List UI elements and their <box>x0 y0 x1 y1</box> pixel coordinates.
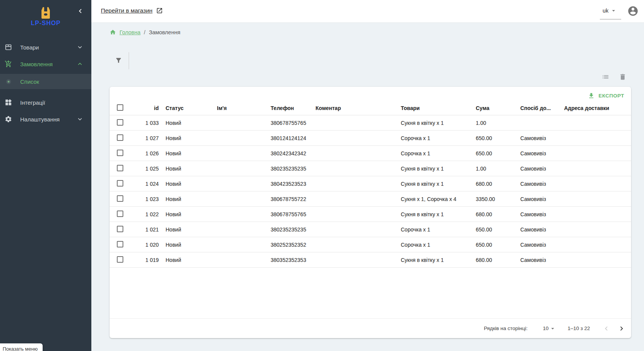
row-checkbox[interactable] <box>117 226 123 232</box>
row-checkbox[interactable] <box>117 211 123 217</box>
cell-comment <box>309 115 395 131</box>
column-header-sum[interactable]: Сума <box>470 101 514 115</box>
cell-phone: 380252352352 <box>265 237 309 252</box>
row-checkbox[interactable] <box>117 150 123 156</box>
cell-name <box>211 222 265 237</box>
app-window: LP-SHOP Товари Замовлення Список <box>0 0 644 351</box>
table-body: 1 033Новий380678755765Сукня в квітку x 1… <box>110 115 631 268</box>
row-checkbox[interactable] <box>117 165 123 171</box>
chevron-left-icon <box>602 324 611 333</box>
export-button[interactable]: ЕКСПОРТ <box>585 90 627 101</box>
sidebar-item-settings[interactable]: Налаштування <box>0 111 91 128</box>
cell-delivery: Самовивіз <box>514 191 558 207</box>
row-checkbox[interactable] <box>117 180 123 187</box>
sidebar-item-products[interactable]: Товари <box>0 39 91 56</box>
cell-delivery: Самовивіз <box>514 131 558 146</box>
cell-address <box>558 131 631 146</box>
cell-delivery: Самовивіз <box>514 161 558 176</box>
column-header-name[interactable]: Ім'я <box>211 101 265 115</box>
column-header-goods[interactable]: Товари <box>395 101 470 115</box>
cell-delivery <box>514 115 558 131</box>
select-all-checkbox[interactable] <box>117 104 123 111</box>
cell-address <box>558 176 631 191</box>
cell-goods: Сукня в квітку x 1 <box>395 207 470 222</box>
delete-icon[interactable] <box>619 73 626 81</box>
column-header-comment[interactable]: Коментар <box>309 101 395 115</box>
cell-sum: 1.00 <box>470 161 514 176</box>
table-row[interactable]: 1 026Новий380242342342Сорочка x 1650.00С… <box>110 146 631 161</box>
rows-per-page-select[interactable]: 10 <box>543 325 556 332</box>
cell-id: 1 019 <box>136 252 159 268</box>
row-checkbox[interactable] <box>117 119 123 126</box>
cell-comment <box>309 191 395 207</box>
cell-sum: 650.00 <box>470 146 514 161</box>
row-checkbox[interactable] <box>117 195 123 202</box>
table-row[interactable]: 1 025Новий380235235235Сукня в квітку x 1… <box>110 161 631 176</box>
column-header-id[interactable]: id <box>136 101 159 115</box>
cell-delivery: Самовивіз <box>514 222 558 237</box>
cell-delivery: Самовивіз <box>514 252 558 268</box>
cell-name <box>211 176 265 191</box>
row-checkbox[interactable] <box>117 241 123 247</box>
go-to-shop-link[interactable]: Перейти в магазин <box>101 7 163 14</box>
chevron-down-icon <box>76 43 84 51</box>
cell-status: Новий <box>159 146 211 161</box>
caret-down-icon <box>610 7 617 14</box>
cell-goods: Сорочка x 1 <box>395 146 470 161</box>
cell-sum: 650.00 <box>470 222 514 237</box>
cell-goods: Сукня в квітку x 1 <box>395 176 470 191</box>
cell-id: 1 023 <box>136 191 159 207</box>
topbar: Перейти в магазин uk <box>91 0 644 23</box>
previous-page-button[interactable] <box>601 324 611 333</box>
table-row[interactable]: 1 027Новий380124124124Сорочка x 1650.00С… <box>110 131 631 146</box>
table-row[interactable]: 1 033Новий380678755765Сукня в квітку x 1… <box>110 115 631 131</box>
column-header-delivery[interactable]: Спосіб до... <box>514 101 558 115</box>
column-header-status[interactable]: Статус <box>159 101 211 115</box>
cell-sum: 680.00 <box>470 252 514 268</box>
export-label: ЕКСПОРТ <box>598 93 624 99</box>
cell-address <box>558 252 631 268</box>
sidebar-item-orders-list[interactable]: Список <box>0 74 91 89</box>
chevron-up-icon <box>76 60 84 68</box>
cell-comment <box>309 207 395 222</box>
cell-status: Новий <box>159 237 211 252</box>
table-row[interactable]: 1 020Новий380252352352Сорочка x 1650.00С… <box>110 237 631 252</box>
cell-phone: 380124124124 <box>265 131 309 146</box>
language-select[interactable]: uk <box>599 7 620 14</box>
main-content: Головна / Замовлення ЕКСПОРТ idСтатусІм'… <box>91 23 644 351</box>
go-to-shop-label: Перейти в магазин <box>101 7 153 14</box>
sidebar-item-label: Налаштування <box>20 116 76 123</box>
table-row[interactable]: 1 024Новий380423523523Сукня в квітку x 1… <box>110 176 631 191</box>
row-checkbox[interactable] <box>117 134 123 141</box>
collapse-sidebar-button[interactable] <box>75 6 85 16</box>
next-page-button[interactable] <box>617 324 626 333</box>
column-list-icon[interactable] <box>602 73 609 81</box>
breadcrumb-home-link[interactable]: Головна <box>120 29 140 35</box>
table-row[interactable]: 1 021Новий380235235235Сорочка x 1650.00С… <box>110 222 631 237</box>
column-header-address[interactable]: Адреса доставки <box>558 101 631 115</box>
cell-address <box>558 161 631 176</box>
column-header-phone[interactable]: Телефон <box>265 101 309 115</box>
cell-select <box>110 222 136 237</box>
box-icon <box>5 43 12 51</box>
cell-comment <box>309 222 395 237</box>
home-icon[interactable] <box>110 29 116 35</box>
cell-status: Новий <box>159 176 211 191</box>
table-row[interactable]: 1 022Новий380678755765Сукня в квітку x 1… <box>110 207 631 222</box>
sidebar-item-orders[interactable]: Замовлення <box>0 56 91 72</box>
select-all-header[interactable] <box>110 101 136 115</box>
cell-goods: Сукня в квітку x 1 <box>395 115 470 131</box>
sidebar-item-integrations[interactable]: Інтеграції <box>0 94 91 111</box>
row-checkbox[interactable] <box>117 256 123 263</box>
cell-comment <box>309 237 395 252</box>
filter-icon[interactable] <box>115 57 122 64</box>
cell-goods: Сорочка x 1 <box>395 131 470 146</box>
cell-phone: 380423523523 <box>265 176 309 191</box>
cell-name <box>211 161 265 176</box>
user-avatar-icon[interactable] <box>627 5 639 17</box>
cell-name <box>211 237 265 252</box>
table-row[interactable]: 1 023Новий380678755722Сукня x 1, Сорочка… <box>110 191 631 207</box>
table-row[interactable]: 1 019Новий380352352353Сукня в квітку x 1… <box>110 252 631 268</box>
cell-id: 1 027 <box>136 131 159 146</box>
cell-goods: Сукня x 1, Сорочка x 4 <box>395 191 470 207</box>
